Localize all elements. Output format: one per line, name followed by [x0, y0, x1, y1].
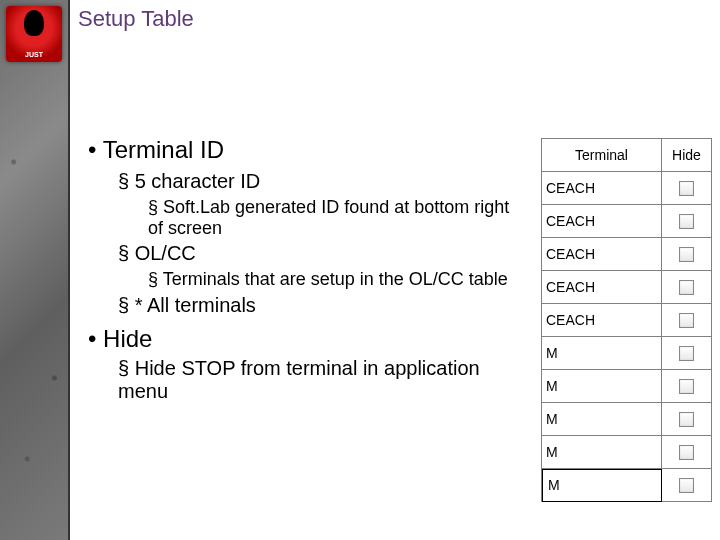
- cell-terminal[interactable]: CEACH: [542, 271, 662, 304]
- page-title: Setup Table: [78, 6, 194, 32]
- bullet-hide-desc: Hide STOP from terminal in application m…: [118, 357, 518, 403]
- hide-checkbox[interactable]: [679, 181, 694, 196]
- table-row: CEACH: [542, 271, 712, 304]
- hide-checkbox[interactable]: [679, 214, 694, 229]
- table-row: CEACH: [542, 172, 712, 205]
- bullet-olcc: OL/CC: [118, 242, 518, 265]
- cell-terminal[interactable]: CEACH: [542, 238, 662, 271]
- bullet-olcc-text: OL/CC: [135, 242, 196, 264]
- hide-checkbox[interactable]: [679, 379, 694, 394]
- hide-checkbox[interactable]: [679, 445, 694, 460]
- cell-hide: [662, 271, 712, 304]
- hide-checkbox[interactable]: [679, 412, 694, 427]
- slide: JUST Setup Table Terminal ID 5 character…: [0, 0, 720, 540]
- cell-hide: [662, 403, 712, 436]
- hide-checkbox[interactable]: [679, 346, 694, 361]
- hide-checkbox[interactable]: [679, 247, 694, 262]
- cell-terminal-text: CEACH: [546, 213, 595, 229]
- cell-hide: [662, 172, 712, 205]
- bullet-hide-desc-text: Hide STOP from terminal in application m…: [118, 357, 480, 402]
- cell-terminal-text: CEACH: [546, 312, 595, 328]
- bullet-softlab: Soft.Lab generated ID found at bottom ri…: [148, 197, 518, 238]
- col-header-hide-text: Hide: [672, 147, 701, 163]
- cell-terminal[interactable]: M: [542, 436, 662, 469]
- col-header-hide[interactable]: Hide: [662, 139, 712, 172]
- table-row: M: [542, 337, 712, 370]
- cell-terminal-text: M: [546, 444, 558, 460]
- cell-terminal-text: M: [546, 477, 560, 493]
- cell-hide: [662, 304, 712, 337]
- bullet-five-char-text: 5 character ID: [135, 170, 261, 192]
- bullet-all-terminals: * All terminals: [118, 294, 518, 317]
- table-header-row: Terminal Hide: [542, 139, 712, 172]
- bullet-hide-text: Hide: [103, 325, 152, 352]
- bullet-five-char: 5 character ID: [118, 170, 518, 193]
- bullet-hide: Hide: [88, 325, 518, 353]
- cell-terminal-text: CEACH: [546, 246, 595, 262]
- table-row: CEACH: [542, 304, 712, 337]
- cell-terminal[interactable]: M: [542, 370, 662, 403]
- cell-hide: [662, 205, 712, 238]
- logo-badge: JUST: [6, 6, 62, 62]
- hide-checkbox[interactable]: [679, 478, 694, 493]
- cell-terminal-text: M: [546, 411, 558, 427]
- sidebar-texture: JUST: [0, 0, 70, 540]
- bullet-terminal-id: Terminal ID: [88, 136, 518, 164]
- bullet-all-terminals-text: * All terminals: [135, 294, 256, 316]
- cell-terminal-text: CEACH: [546, 279, 595, 295]
- cell-terminal[interactable]: CEACH: [542, 172, 662, 205]
- cell-terminal[interactable]: CEACH: [542, 304, 662, 337]
- table-row: CEACH: [542, 205, 712, 238]
- cell-terminal-editing[interactable]: M: [542, 469, 662, 502]
- col-header-terminal[interactable]: Terminal: [542, 139, 662, 172]
- content-area: Terminal ID 5 character ID Soft.Lab gene…: [88, 136, 518, 407]
- cell-hide: [662, 337, 712, 370]
- terminal-table: Terminal Hide CEACH CEACH CEACH CEACH CE…: [541, 138, 712, 502]
- cell-terminal[interactable]: M: [542, 403, 662, 436]
- bullet-terminal-id-text: Terminal ID: [103, 136, 224, 163]
- cell-terminal-text: M: [546, 378, 558, 394]
- cell-hide: [662, 238, 712, 271]
- bullet-softlab-text: Soft.Lab generated ID found at bottom ri…: [148, 197, 509, 238]
- table-row: M: [542, 370, 712, 403]
- table-row: CEACH: [542, 238, 712, 271]
- cell-terminal[interactable]: M: [542, 337, 662, 370]
- cell-hide: [662, 436, 712, 469]
- col-header-terminal-text: Terminal: [575, 147, 628, 163]
- logo-text: JUST: [25, 51, 43, 58]
- cell-hide: [662, 469, 712, 502]
- hide-checkbox[interactable]: [679, 280, 694, 295]
- cell-terminal-text: CEACH: [546, 180, 595, 196]
- cell-hide: [662, 370, 712, 403]
- bullet-olcc-desc: Terminals that are setup in the OL/CC ta…: [148, 269, 518, 290]
- cell-terminal-text: M: [546, 345, 558, 361]
- table-row: M: [542, 403, 712, 436]
- table-row: M: [542, 436, 712, 469]
- hide-checkbox[interactable]: [679, 313, 694, 328]
- cell-terminal[interactable]: CEACH: [542, 205, 662, 238]
- logo-figure-icon: [24, 10, 44, 36]
- bullet-olcc-desc-text: Terminals that are setup in the OL/CC ta…: [163, 269, 508, 289]
- table-row: M: [542, 469, 712, 502]
